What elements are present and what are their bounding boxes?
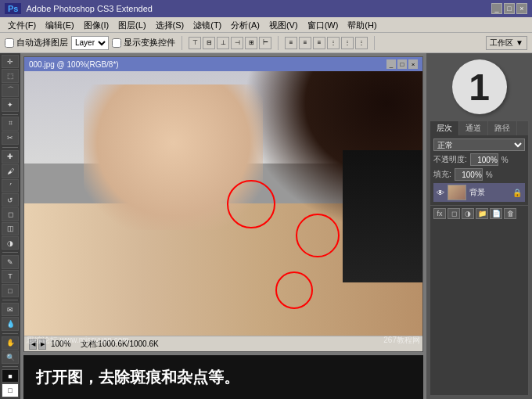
layer-fx-button[interactable]: fx: [433, 208, 446, 219]
ps-logo: Ps: [5, 3, 21, 14]
fill-row: 填充: %: [433, 168, 525, 181]
layer-thumbnail: [448, 185, 466, 200]
new-layer-button[interactable]: 📄: [490, 208, 502, 219]
move-tool[interactable]: ✛: [2, 55, 19, 68]
document-canvas: [24, 71, 422, 336]
opacity-input[interactable]: [470, 153, 498, 166]
slice-tool[interactable]: ✂: [2, 131, 19, 145]
history-tool[interactable]: ↺: [2, 193, 19, 207]
blendmode-row: 正常: [433, 138, 525, 151]
new-group-button[interactable]: 📁: [476, 208, 488, 219]
distribute-right-icon[interactable]: ⋮: [355, 37, 368, 49]
align-bottom-icon[interactable]: ⊥: [217, 37, 229, 49]
align-right-icon[interactable]: ⊢: [259, 37, 271, 49]
shape-tool[interactable]: □: [2, 284, 19, 297]
align-top-icon[interactable]: ⊤: [189, 37, 201, 49]
layers-content: 正常 不透明度: % 填充: % 👁: [430, 135, 528, 205]
watermark-right: 267教程网: [383, 335, 420, 350]
menu-layer[interactable]: 图层(L): [113, 17, 150, 33]
dodge-tool[interactable]: ◑: [2, 236, 19, 250]
foreground-color[interactable]: ■: [2, 369, 19, 383]
minimize-button[interactable]: _: [491, 3, 502, 14]
distribute-left-icon[interactable]: ⋮: [327, 37, 340, 49]
canvas-area: 000.jpg @ 100%(RGB/8*) _ □ ×: [20, 53, 426, 399]
title-bar: Ps Adobe Photoshop CS3 Extended _ □ ×: [0, 0, 532, 17]
menu-help[interactable]: 帮助(H): [343, 17, 381, 33]
tool-sep-5: [2, 333, 18, 334]
brush-tool[interactable]: 🖌: [2, 164, 19, 178]
distribute-hc-icon[interactable]: ⋮: [341, 37, 354, 49]
menu-window[interactable]: 窗口(W): [303, 17, 343, 33]
hand-tool[interactable]: ✋: [2, 336, 19, 350]
heal-tool[interactable]: ✚: [2, 150, 19, 164]
magic-wand-tool[interactable]: ✦: [2, 98, 19, 111]
menu-analyze[interactable]: 分析(A): [226, 17, 264, 33]
menu-filter[interactable]: 滤镜(T): [189, 17, 226, 33]
background-color[interactable]: □: [2, 383, 19, 397]
align-vcenter-icon[interactable]: ⊟: [203, 37, 215, 49]
watermark-left: 思综论坛 www.missyuan.com: [27, 335, 129, 350]
distribute-top-icon[interactable]: ≡: [285, 37, 297, 49]
document-titlebar: 000.jpg @ 100%(RGB/8*) _ □ ×: [24, 57, 422, 71]
doc-close-button[interactable]: ×: [408, 59, 418, 69]
tab-channels[interactable]: 通道: [459, 121, 488, 135]
delete-layer-button[interactable]: 🗑: [504, 208, 516, 219]
step-number: 1: [452, 59, 507, 114]
lasso-tool[interactable]: ⌒: [2, 84, 19, 97]
new-adjustment-button[interactable]: ◑: [462, 208, 474, 219]
stamp-tool[interactable]: ⎖: [2, 179, 19, 192]
distribute-vc-icon[interactable]: ≡: [299, 37, 311, 49]
workspace-button[interactable]: 工作区 ▼: [486, 36, 527, 50]
layer-name: 背景: [469, 187, 509, 198]
separator-3: [374, 36, 375, 50]
fill-input[interactable]: [455, 168, 483, 181]
menu-file[interactable]: 文件(F): [3, 17, 41, 33]
opacity-row: 不透明度: %: [433, 153, 525, 166]
doc-maximize-button[interactable]: □: [397, 59, 407, 69]
notes-tool[interactable]: ✉: [2, 303, 19, 316]
align-hcenter-icon[interactable]: ⊞: [245, 37, 257, 49]
doc-minimize-button[interactable]: _: [386, 59, 396, 69]
main-area: ✛ ⬚ ⌒ ✦ ⌗ ✂ ✚ 🖌 ⎖ ↺ ◻ ◫ ◑ ✎ T □ ✉ 💧 ✋ 🔍 …: [0, 53, 532, 399]
photo-simulation: [24, 71, 422, 336]
layer-select[interactable]: Layer: [71, 36, 109, 50]
new-mask-button[interactable]: ◻: [448, 208, 460, 219]
fill-percent: %: [486, 171, 493, 179]
menu-edit[interactable]: 编辑(E): [41, 17, 79, 33]
gradient-tool[interactable]: ◫: [2, 222, 19, 235]
auto-select-label: 自动选择图层: [16, 37, 68, 49]
distribute-bottom-icon[interactable]: ≡: [313, 37, 325, 49]
eraser-tool[interactable]: ◻: [2, 207, 19, 221]
right-panels: 1 层次 通道 路径 正常 不透明度: %: [426, 53, 532, 399]
menu-image[interactable]: 图像(I): [79, 17, 113, 33]
menu-view[interactable]: 视图(V): [264, 17, 303, 33]
crop-tool[interactable]: ⌗: [2, 117, 19, 130]
close-button[interactable]: ×: [516, 3, 527, 14]
path-tool[interactable]: ✎: [2, 255, 19, 268]
layers-panel: 层次 通道 路径 正常 不透明度: % 填充: [430, 120, 529, 396]
layer-visibility-icon[interactable]: 👁: [437, 189, 444, 197]
tool-sep-3: [2, 252, 18, 253]
align-left-icon[interactable]: ⊣: [231, 37, 243, 49]
zoom-tool[interactable]: 🔍: [2, 350, 19, 364]
document-window: 000.jpg @ 100%(RGB/8*) _ □ ×: [23, 56, 423, 352]
caption-text: 打开图，去除斑痕和杂点等。: [36, 367, 239, 388]
blendmode-select[interactable]: 正常: [433, 138, 525, 151]
layer-item[interactable]: 👁 背景 🔒: [433, 183, 525, 202]
layers-bottom-buttons: fx ◻ ◑ 📁 📄 🗑: [430, 205, 528, 221]
photo-clothing: [343, 150, 422, 282]
show-controls-checkbox[interactable]: [112, 38, 121, 48]
tool-sep-4: [2, 300, 18, 300]
tool-sep-6: [2, 366, 18, 367]
tab-paths[interactable]: 路径: [488, 121, 517, 135]
auto-select-checkbox[interactable]: [5, 38, 14, 48]
menu-select[interactable]: 选择(S): [151, 17, 189, 33]
maximize-button[interactable]: □: [504, 3, 515, 14]
caption-bar: 打开图，去除斑痕和杂点等。: [23, 355, 423, 399]
show-controls-group: 显示变换控件: [112, 37, 175, 49]
align-tools: ⊤ ⊟ ⊥ ⊣ ⊞ ⊢: [189, 37, 271, 49]
type-tool[interactable]: T: [2, 270, 19, 283]
eyedropper-tool[interactable]: 💧: [2, 317, 19, 330]
marquee-tool[interactable]: ⬚: [2, 69, 19, 82]
tab-layers[interactable]: 层次: [430, 121, 459, 135]
